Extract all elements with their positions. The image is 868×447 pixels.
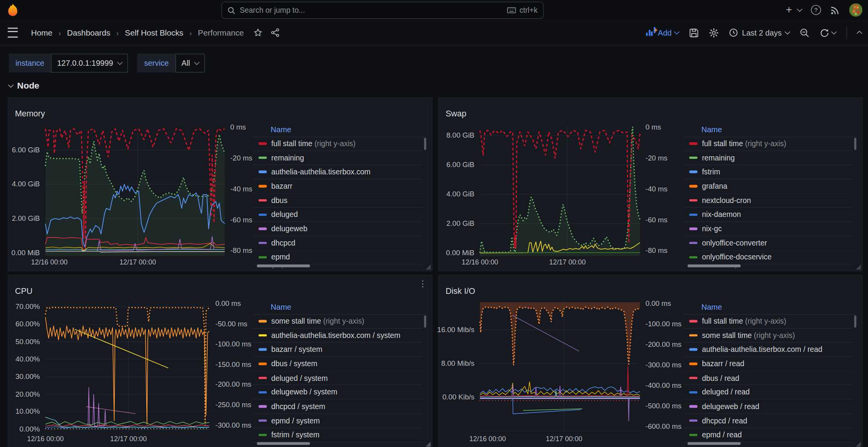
collapse-toolbar-icon[interactable] — [857, 31, 862, 36]
search-input[interactable]: Search or jump to... ctrl+k — [221, 2, 543, 19]
refresh-button[interactable] — [820, 28, 836, 37]
settings-gear-icon[interactable] — [709, 28, 719, 37]
legend-item[interactable]: bazarr — [253, 179, 423, 194]
time-range-label: Last 2 days — [742, 28, 781, 37]
legend-item[interactable]: authelia-authelia.tiserbox.com / system — [253, 329, 423, 343]
axis-tick: 0.00 ms — [215, 299, 241, 307]
favorite-star-icon[interactable] — [253, 28, 262, 37]
legend-item[interactable]: epmd / system — [253, 414, 423, 428]
axis-tick: -250.00 ms — [215, 401, 251, 409]
grafana-logo-icon[interactable] — [5, 3, 20, 17]
news-rss-icon[interactable] — [830, 5, 840, 15]
legend-scrollbar[interactable] — [424, 138, 426, 150]
menu-toggle-icon[interactable] — [8, 28, 18, 38]
add-panel-button[interactable]: + Add — [646, 28, 679, 37]
series-color-marker — [258, 405, 267, 408]
legend-item[interactable]: dbus / system — [253, 357, 423, 371]
legend-hscrollbar[interactable] — [257, 264, 310, 267]
legend-item[interactable]: full stall time (right y-axis) — [253, 136, 423, 151]
legend-item[interactable]: bazarr / system — [253, 343, 423, 357]
legend-scrollbar[interactable] — [854, 138, 856, 150]
share-icon[interactable] — [270, 28, 279, 37]
breadcrumb-home[interactable]: Home — [31, 28, 52, 37]
panel-resize-handle[interactable] — [856, 442, 861, 447]
legend-header[interactable]: Name — [253, 301, 426, 315]
legend-header[interactable]: Name — [683, 123, 856, 137]
legend-item[interactable]: nix-daemon — [683, 208, 853, 222]
series-color-marker — [258, 391, 267, 393]
legend-item-label: grafana — [702, 182, 728, 190]
panel-resize-handle[interactable] — [426, 264, 431, 270]
legend-item[interactable]: onlyoffice-docservice — [683, 251, 853, 265]
chart-plot[interactable] — [45, 126, 225, 256]
legend-item[interactable]: delugeweb / read — [683, 399, 853, 414]
legend-hscrollbar[interactable] — [687, 264, 740, 267]
service-filter-value[interactable]: All — [175, 54, 205, 73]
legend-item[interactable]: remaining — [253, 151, 423, 165]
legend-item[interactable]: nextcloud-cron — [683, 194, 853, 208]
legend-item[interactable]: deluged / system — [253, 371, 423, 386]
service-filter: service All — [137, 54, 205, 73]
legend-hscrollbar[interactable] — [257, 442, 310, 445]
legend-scrollbar[interactable] — [424, 316, 426, 328]
new-button[interactable]: + — [786, 4, 802, 16]
legend-item[interactable]: full stall time (right y-axis) — [683, 314, 853, 329]
legend-item-label: dhcpcd / system — [271, 402, 325, 410]
series-color-marker — [689, 377, 697, 379]
panel-title[interactable]: Memory — [15, 109, 45, 118]
legend-item[interactable]: epmd — [253, 251, 423, 265]
legend-item[interactable]: some stall time (right y-axis) — [683, 329, 853, 343]
legend-scrollbar[interactable] — [854, 316, 856, 328]
help-button[interactable]: ? — [811, 5, 821, 15]
save-dashboard-icon[interactable] — [689, 28, 699, 37]
legend-item[interactable]: delugeweb / system — [253, 386, 423, 400]
chart-plot[interactable] — [480, 126, 640, 256]
legend-item[interactable]: onlyoffice-converter — [683, 236, 853, 251]
series-color-marker — [689, 391, 697, 393]
legend-item[interactable]: dhcpcd / system — [253, 399, 423, 414]
panel-menu-icon[interactable]: ⋮ — [419, 279, 427, 289]
legend-item[interactable]: deluged — [253, 208, 423, 222]
legend-item[interactable]: fstrim / system — [253, 428, 423, 442]
chart-plot[interactable] — [45, 302, 209, 432]
breadcrumb-folder[interactable]: Self Host Blocks — [125, 28, 183, 37]
panel-resize-handle[interactable] — [856, 264, 861, 270]
panel-title[interactable]: Disk I/O — [446, 287, 475, 296]
series-color-marker — [258, 348, 267, 351]
legend-item[interactable]: dhcpcd — [253, 236, 423, 251]
legend-item[interactable]: bazarr / read — [683, 357, 853, 371]
legend-item[interactable]: authelia-authelia.tiserbox.com / read — [683, 343, 853, 357]
legend-header[interactable]: Name — [683, 301, 856, 315]
legend-item[interactable]: dbus — [253, 194, 423, 208]
time-range-picker[interactable]: Last 2 days — [729, 28, 789, 37]
legend-item[interactable]: delugeweb — [253, 222, 423, 236]
legend-item-label: onlyoffice-converter — [702, 239, 767, 247]
legend-item[interactable]: nix-gc — [683, 222, 853, 236]
legend-item[interactable]: remaining — [683, 151, 853, 165]
legend-item[interactable]: dbus / read — [683, 371, 853, 386]
breadcrumb-dashboards[interactable]: Dashboards — [67, 28, 110, 37]
row-node-header[interactable]: Node — [9, 81, 39, 91]
legend-hscrollbar[interactable] — [687, 442, 740, 445]
axis-tick: -20 ms — [646, 154, 668, 162]
chart-plot[interactable] — [480, 302, 640, 432]
panel-resize-handle[interactable] — [426, 442, 431, 447]
panel-title[interactable]: CPU — [15, 287, 32, 296]
user-avatar[interactable] — [849, 3, 862, 17]
legend-item[interactable]: fstrim — [683, 165, 853, 179]
series-color-marker — [258, 157, 267, 159]
legend-item-label: full stall time (right y-axis) — [271, 139, 355, 147]
legend-item[interactable]: some stall time (right y-axis) — [253, 314, 423, 329]
legend-item[interactable]: dhcpcd / read — [683, 414, 853, 428]
legend-item[interactable]: epmd / read — [683, 428, 853, 442]
instance-filter-value[interactable]: 127.0.0.1:19999 — [51, 54, 128, 73]
panel-title[interactable]: Swap — [446, 109, 466, 118]
legend-header[interactable]: Name — [253, 123, 426, 137]
legend-item[interactable]: deluged / read — [683, 386, 853, 400]
legend-item[interactable]: grafana — [683, 179, 853, 194]
legend-item[interactable]: full stall time (right y-axis) — [683, 136, 853, 151]
toolbar-divider — [846, 27, 847, 39]
zoom-out-icon[interactable] — [800, 28, 809, 37]
x-axis: 12/16 00:0012/17 00:00 — [480, 258, 640, 267]
legend-item[interactable]: authelia-authelia.tiserbox.com — [253, 165, 423, 179]
